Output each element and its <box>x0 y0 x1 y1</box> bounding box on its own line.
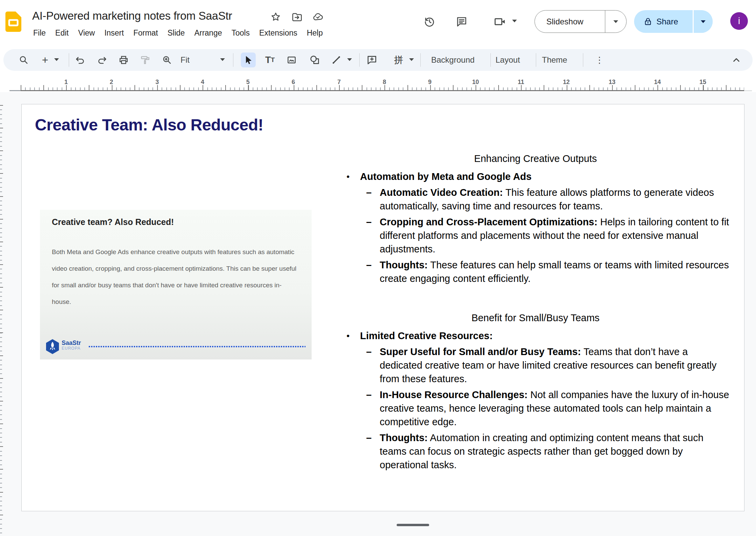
meet-camera-icon <box>493 15 506 28</box>
notes-textbox[interactable]: Enhancing Creative Outputs • Automation … <box>339 152 732 472</box>
menu-insert[interactable]: Insert <box>100 27 129 39</box>
dash-glyph: – <box>339 345 380 386</box>
bullet-item-l2: – Super Useful for Small and/or Busy Tea… <box>339 345 732 386</box>
top-chrome: AI-Powered marketing notes from SaaStr F… <box>0 0 756 92</box>
new-slide-caret-icon[interactable] <box>54 58 59 61</box>
insert-image-button[interactable] <box>284 53 299 67</box>
menu-edit[interactable]: Edit <box>50 27 74 39</box>
undo-button[interactable] <box>73 53 88 67</box>
bullet-item-l2: – Automatic Video Creation: This feature… <box>339 186 732 213</box>
version-history-button[interactable] <box>420 12 439 31</box>
join-call-button[interactable] <box>490 12 509 31</box>
ruler-number: 9 <box>428 79 432 86</box>
zoom-fit-select[interactable]: Fit <box>181 53 190 67</box>
google-slides-logo[interactable] <box>5 12 21 32</box>
embedded-screenshot-image[interactable]: Creative team? Also Reduced! Both Meta a… <box>40 210 312 359</box>
slide-title-textbox[interactable]: Creative Team: Also Reduced! <box>35 116 263 134</box>
input-method-button[interactable]: 拼 <box>391 53 406 67</box>
bullet-text: Super Useful for Small and/or Busy Teams… <box>380 345 732 386</box>
redo-button[interactable] <box>94 53 109 67</box>
bullet-item-l1: • Limited Creative Resources: <box>339 329 732 343</box>
theme-button[interactable]: Theme <box>542 53 567 67</box>
section-header: Benefit for Small/Busy Teams <box>339 311 732 325</box>
bullet-text: Limited Creative Resources: <box>360 329 493 343</box>
bullet-glyph: • <box>339 170 360 183</box>
comments-button[interactable] <box>452 12 471 31</box>
horizontal-ruler[interactable]: 1 2 3 4 5 6 7 8 9 10 11 12 13 14 15 <box>0 76 756 92</box>
insert-shape-button[interactable] <box>307 53 322 67</box>
paint-format-button[interactable] <box>138 53 153 67</box>
select-tool-button[interactable] <box>241 53 256 67</box>
insert-comment-button[interactable] <box>364 53 379 67</box>
undo-icon <box>75 55 85 65</box>
new-slide-button[interactable]: + <box>38 53 52 67</box>
menu-extensions[interactable]: Extensions <box>254 27 302 39</box>
background-button[interactable]: Background <box>431 53 475 67</box>
bullet-glyph: • <box>339 329 360 343</box>
redo-icon <box>97 55 107 65</box>
star-icon <box>270 12 281 22</box>
shape-icon <box>309 55 320 65</box>
print-button[interactable] <box>116 53 131 67</box>
zoom-fit-caret-icon[interactable] <box>220 58 225 61</box>
bullet-item-l2: – Thoughts: These features can help smal… <box>339 258 732 285</box>
ruler-margin-segment <box>9 90 21 91</box>
menu-slide[interactable]: Slide <box>163 27 190 39</box>
toolbar-divider <box>583 53 583 67</box>
hide-menus-button[interactable] <box>729 53 744 67</box>
dash-glyph: – <box>339 215 380 256</box>
document-status-button[interactable] <box>312 11 324 23</box>
menu-file[interactable]: File <box>28 27 50 39</box>
text-box-button[interactable]: TT <box>262 53 277 67</box>
screenshot-body-text: Both Meta and Google Ads enhance creativ… <box>52 244 301 310</box>
menu-help[interactable]: Help <box>302 27 328 39</box>
slideshow-options-button[interactable] <box>605 11 626 33</box>
menu-tools[interactable]: Tools <box>227 27 255 39</box>
ruler-number: 14 <box>654 79 661 86</box>
star-button[interactable] <box>270 11 281 23</box>
toolbar-divider <box>490 53 491 67</box>
toolbar-divider <box>536 53 536 67</box>
slide-page[interactable]: Creative Team: Also Reduced! Creative te… <box>21 104 744 511</box>
insert-line-caret-icon[interactable] <box>347 58 352 61</box>
saastr-logo-icon <box>46 339 59 354</box>
join-call-caret-icon[interactable] <box>512 20 517 22</box>
dash-glyph: – <box>339 388 380 429</box>
ruler-number: 2 <box>110 79 113 86</box>
bullet-rest: Automation in creating and optimizing co… <box>380 432 704 470</box>
bullet-rest: These features can help small teams or t… <box>380 260 729 284</box>
slideshow-button[interactable]: Slideshow <box>535 17 605 26</box>
move-folder-icon <box>291 11 303 23</box>
bullet-text: Automatic Video Creation: This feature a… <box>380 186 732 213</box>
dash-glyph: – <box>339 431 380 472</box>
bullet-item-l2: – In-House Resource Challenges: Not all … <box>339 388 732 429</box>
search-menus-button[interactable] <box>16 53 31 67</box>
bullet-text: Thoughts: Automation in creating and opt… <box>380 431 732 472</box>
menu-view[interactable]: View <box>74 27 100 39</box>
paint-roller-icon <box>140 55 150 65</box>
more-options-button[interactable]: ⋮ <box>592 53 607 67</box>
zoom-button[interactable] <box>160 53 174 67</box>
editing-canvas: Creative Team: Also Reduced! Creative te… <box>0 92 756 536</box>
bullet-lead: Super Useful for Small and/or Busy Teams… <box>380 346 581 357</box>
share-button[interactable]: Share <box>634 10 693 33</box>
input-method-caret-icon[interactable] <box>409 58 414 61</box>
toolbar: + <box>3 49 753 71</box>
saastr-logo-title: SaaStr <box>62 340 81 346</box>
section-header: Enhancing Creative Outputs <box>339 152 732 165</box>
account-avatar[interactable]: i <box>730 12 748 30</box>
document-title[interactable]: AI-Powered marketing notes from SaaStr <box>32 9 232 22</box>
share-options-button[interactable] <box>694 10 713 33</box>
more-options-glyph: ⋮ <box>595 55 604 65</box>
menu-arrange[interactable]: Arrange <box>190 27 227 39</box>
insert-line-button[interactable] <box>329 53 344 67</box>
saastr-logo-subtitle: EUROPA <box>62 346 81 351</box>
bullet-text: Thoughts: These features can help small … <box>380 258 732 285</box>
speaker-notes-resize-handle[interactable] <box>397 524 429 526</box>
move-button[interactable] <box>291 11 303 23</box>
dash-glyph: – <box>339 258 380 285</box>
vertical-ruler[interactable] <box>0 105 3 536</box>
bullet-lead: Thoughts: <box>380 432 428 443</box>
menu-format[interactable]: Format <box>129 27 163 39</box>
layout-button[interactable]: Layout <box>496 53 520 67</box>
